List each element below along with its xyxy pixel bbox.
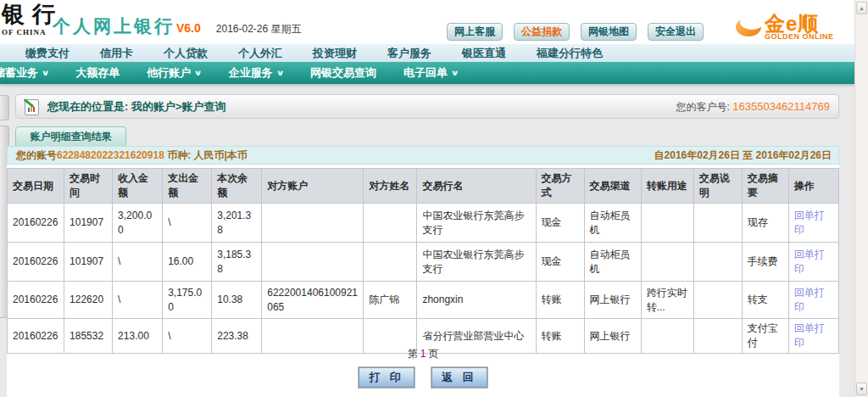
- table-row: 20160226 122620 \ 3,175.00 10.38 6222001…: [8, 282, 839, 319]
- nav-savings[interactable]: 储蓄业务 ∨: [0, 65, 48, 81]
- col-counterparty-name: 对方姓名: [364, 169, 417, 204]
- nav-foreign-exchange[interactable]: 个人外汇: [238, 46, 282, 61]
- client-number-group: 您的客户号: 1635503462114769: [676, 95, 830, 119]
- chevron-down-icon: ∨: [275, 69, 284, 77]
- nav-payment[interactable]: 缴费支付: [25, 46, 70, 61]
- transaction-table: 交易日期 交易时间 收入金额 支出金额 本次余额 对方账户 对方姓名 交易行名 …: [7, 168, 839, 354]
- col-balance: 本次余额: [212, 169, 262, 204]
- scroll-up-icon[interactable]: ▲: [856, 2, 867, 14]
- charity-donation-button[interactable]: 公益捐款: [514, 23, 570, 41]
- receipt-print-link[interactable]: 回单打印: [794, 287, 825, 313]
- account-label: 您的账号: [16, 149, 57, 161]
- print-button[interactable]: 打 印: [359, 367, 415, 388]
- col-counterparty-account: 对方账户: [262, 169, 364, 204]
- page-number: 1: [418, 348, 429, 360]
- account-summary: 您的账号6228482022321620918 币种: 人民币|本币: [16, 147, 248, 164]
- currency-label: 币种: 人民币|本币: [164, 149, 248, 161]
- breadcrumb-bar: 您现在的位置是: 我的账户>账户查询 您的客户号: 16355034621147…: [15, 94, 839, 119]
- page-title: 个人网上银行: [53, 14, 175, 38]
- online-banking-page: 银行 OF CHINA 个人网上银行 V6.0 2016-02-26 星期五 网…: [0, 0, 868, 397]
- online-service-button[interactable]: 网上客服: [447, 23, 503, 41]
- nav-large-deposit[interactable]: 大额存单: [75, 65, 120, 81]
- account-info-bar: 您的账号6228482022321620918 币种: 人民币|本币 自2016…: [7, 146, 839, 165]
- nav-personal-loan[interactable]: 个人贷款: [164, 46, 208, 61]
- tab-account-detail-result[interactable]: 账户明细查询结果: [15, 126, 126, 146]
- receipt-print-link[interactable]: 回单打印: [794, 322, 825, 349]
- location-document-icon: [25, 99, 39, 115]
- nav-investment[interactable]: 投资理财: [313, 46, 357, 61]
- golden-online-logo-icon: [736, 18, 761, 36]
- nav-other-bank-account[interactable]: 他行账户 ∨: [147, 65, 201, 81]
- nav-corporate-service[interactable]: 企业服务 ∨: [229, 65, 283, 81]
- table-row: 20160226 101907 \ 16.00 3,185.38 中国农业银行东…: [8, 243, 839, 282]
- table-row: 20160226 101907 3,200.00 \ 3,201.38 中国农业…: [8, 204, 839, 243]
- back-button[interactable]: 返 回: [431, 367, 487, 388]
- chevron-down-icon: ∨: [194, 69, 203, 77]
- breadcrumb: 您现在的位置是: 我的账户>账户查询: [47, 95, 226, 119]
- brand-name-en: GOLDEN ONLINE: [765, 32, 834, 41]
- nav-credit-card[interactable]: 信用卡: [100, 46, 133, 61]
- table-header-row: 交易日期 交易时间 收入金额 支出金额 本次余额 对方账户 对方姓名 交易行名 …: [8, 169, 839, 204]
- bank-map-button[interactable]: 网银地图: [581, 23, 637, 41]
- col-operation: 操作: [788, 169, 838, 204]
- nav-customer-service[interactable]: 客户服务: [387, 46, 431, 61]
- date-range: 自2016年02月26日 至 2016年02月26日: [654, 147, 832, 164]
- pagination: 第1页: [7, 347, 839, 361]
- scroll-down-icon[interactable]: ▼: [856, 383, 867, 395]
- nav-transaction-query[interactable]: 网银交易查询: [310, 65, 376, 81]
- current-date: 2016-02-26 星期五: [216, 22, 302, 36]
- chevron-down-icon: ∨: [450, 69, 459, 77]
- nav-bank-medical[interactable]: 银医直通: [462, 46, 506, 61]
- nav-e-receipt[interactable]: 电子回单 ∨: [403, 65, 458, 81]
- sidebar-collapsed-strip[interactable]: [0, 95, 9, 120]
- col-bank-name: 交易行名: [417, 169, 536, 204]
- col-trade-time: 交易时间: [64, 169, 113, 204]
- client-number-value: 1635503462114769: [732, 100, 830, 113]
- secondary-nav: 储蓄业务 ∨ 大额存单 他行账户 ∨ 企业服务 ∨ 网银交易查询 电子回单 ∨: [0, 62, 854, 84]
- secure-logout-button[interactable]: 安全退出: [648, 23, 704, 41]
- col-trade-date: 交易日期: [8, 169, 64, 204]
- col-transfer-purpose: 转账用途: [641, 169, 693, 204]
- col-income: 收入金额: [113, 169, 163, 204]
- product-title-group: 个人网上银行 V6.0 2016-02-26 星期五: [53, 14, 302, 38]
- primary-nav: 缴费支付 信用卡 个人贷款 个人外汇 投资理财 客户服务 银医直通 福建分行特色: [0, 44, 854, 62]
- header: 银行 OF CHINA 个人网上银行 V6.0 2016-02-26 星期五 网…: [0, 0, 854, 44]
- client-number-label: 您的客户号:: [676, 101, 730, 113]
- receipt-print-link[interactable]: 回单打印: [794, 210, 825, 236]
- version-badge: V6.0: [176, 21, 201, 35]
- col-trade-note: 交易说明: [693, 169, 742, 204]
- account-number: 6228482022321620918: [57, 149, 164, 161]
- footer-actions: 打 印 返 回: [7, 367, 839, 388]
- vertical-scrollbar[interactable]: ▲ ▼: [854, 0, 868, 397]
- nav-fujian-branch[interactable]: 福建分行特色: [537, 46, 603, 61]
- receipt-print-link[interactable]: 回单打印: [794, 249, 825, 275]
- col-trade-summary: 交易摘要: [742, 169, 788, 204]
- col-channel: 交易渠道: [584, 169, 641, 204]
- col-expense: 支出金额: [163, 169, 212, 204]
- chevron-down-icon: ∨: [42, 69, 50, 77]
- col-trade-method: 交易方式: [536, 169, 584, 204]
- header-quick-buttons: 网上客服 公益捐款 网银地图 安全退出: [447, 23, 704, 41]
